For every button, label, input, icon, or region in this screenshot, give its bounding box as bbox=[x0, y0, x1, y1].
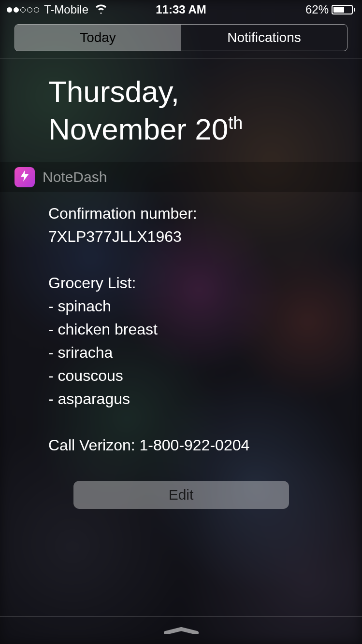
date-month-day: November 20 bbox=[48, 112, 228, 146]
signal-strength-icon bbox=[7, 7, 39, 13]
carrier-label: T-Mobile bbox=[44, 3, 88, 16]
tab-notifications[interactable]: Notifications bbox=[181, 25, 347, 51]
date-header: Thursday, November 20th bbox=[0, 58, 362, 162]
notedash-app-icon bbox=[14, 167, 35, 187]
widget-note-content[interactable]: Confirmation number: 7XLP377JLLX1963 Gro… bbox=[0, 192, 362, 471]
battery-percent-label: 62% bbox=[305, 3, 329, 16]
bolt-icon bbox=[21, 170, 29, 184]
widget-header[interactable]: NoteDash bbox=[0, 162, 362, 192]
wifi-icon bbox=[94, 3, 108, 16]
date-weekday: Thursday, bbox=[48, 73, 348, 111]
chevron-up-icon bbox=[164, 627, 199, 634]
clock: 11:33 AM bbox=[156, 3, 206, 16]
status-bar: T-Mobile 11:33 AM 62% bbox=[0, 0, 362, 19]
view-toggle: Today Notifications bbox=[14, 24, 348, 51]
date-line: November 20th bbox=[48, 111, 348, 148]
date-ordinal: th bbox=[228, 113, 243, 133]
edit-button[interactable]: Edit bbox=[73, 481, 289, 509]
battery-icon bbox=[332, 5, 355, 14]
widget-app-name: NoteDash bbox=[43, 169, 107, 185]
status-right: 62% bbox=[305, 3, 355, 16]
grabber-area[interactable] bbox=[0, 617, 362, 644]
tab-today[interactable]: Today bbox=[15, 25, 181, 51]
status-left: T-Mobile bbox=[7, 3, 108, 16]
